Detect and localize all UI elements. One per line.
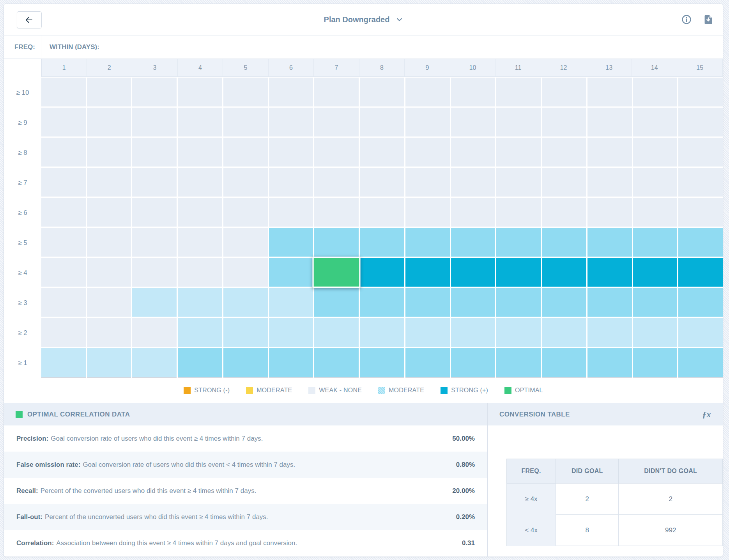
heatmap-cell-strong[interactable] bbox=[633, 258, 678, 287]
heatmap-cell-light[interactable] bbox=[451, 318, 495, 347]
heatmap-cell-none[interactable] bbox=[223, 168, 268, 197]
heatmap-cell-light[interactable] bbox=[223, 318, 268, 347]
heatmap-cell-medium[interactable] bbox=[542, 288, 586, 317]
heatmap-cell-medium[interactable] bbox=[451, 228, 495, 257]
heatmap-cell-none[interactable] bbox=[87, 198, 131, 227]
heatmap-cell-none[interactable] bbox=[678, 198, 723, 227]
heatmap-cell-none[interactable] bbox=[41, 318, 86, 347]
heatmap-cell-none[interactable] bbox=[269, 108, 313, 136]
heatmap-cell-strong[interactable] bbox=[587, 258, 632, 287]
heatmap-cell-light[interactable] bbox=[269, 288, 313, 317]
heatmap-cell-medium[interactable] bbox=[587, 228, 632, 257]
heatmap-cell-medium[interactable] bbox=[587, 348, 632, 377]
heatmap-cell-medium[interactable] bbox=[633, 228, 678, 257]
heatmap-cell-none[interactable] bbox=[360, 168, 404, 197]
heatmap-cell-none[interactable] bbox=[678, 138, 723, 167]
heatmap-cell-none[interactable] bbox=[314, 138, 359, 167]
heatmap-cell-none[interactable] bbox=[178, 258, 222, 287]
heatmap-cell-medium[interactable] bbox=[405, 228, 450, 257]
heatmap-cell-none[interactable] bbox=[496, 108, 541, 136]
heatmap-cell-none[interactable] bbox=[360, 138, 404, 167]
heatmap-cell-none[interactable] bbox=[633, 198, 678, 227]
heatmap-cell-light[interactable] bbox=[269, 318, 313, 347]
heatmap-cell-strong[interactable] bbox=[451, 258, 495, 287]
heatmap-cell-none[interactable] bbox=[269, 78, 313, 106]
heatmap-cell-light[interactable] bbox=[87, 348, 131, 377]
heatmap-cell-light[interactable] bbox=[633, 318, 678, 347]
heatmap-cell-none[interactable] bbox=[542, 108, 586, 136]
heatmap-cell-none[interactable] bbox=[451, 168, 495, 197]
heatmap-cell-light[interactable] bbox=[132, 348, 177, 377]
heatmap-cell-none[interactable] bbox=[269, 138, 313, 167]
heatmap-cell-medium[interactable] bbox=[223, 348, 268, 377]
heatmap-cell-none[interactable] bbox=[496, 78, 541, 106]
heatmap-cell-none[interactable] bbox=[405, 198, 450, 227]
heatmap-cell-medium[interactable] bbox=[587, 288, 632, 317]
heatmap-cell-none[interactable] bbox=[496, 198, 541, 227]
heatmap-cell-none[interactable] bbox=[178, 198, 222, 227]
heatmap-cell-medium[interactable] bbox=[633, 288, 678, 317]
heatmap-cell-medium[interactable] bbox=[269, 258, 313, 287]
heatmap-cell-none[interactable] bbox=[178, 138, 222, 167]
event-selector[interactable]: Plan Downgraded bbox=[324, 15, 403, 24]
heatmap-cell-none[interactable] bbox=[87, 108, 131, 136]
heatmap-cell-light[interactable] bbox=[360, 318, 404, 347]
heatmap-cell-none[interactable] bbox=[542, 198, 586, 227]
heatmap-cell-light[interactable] bbox=[496, 318, 541, 347]
heatmap-cell-light[interactable] bbox=[41, 348, 86, 377]
heatmap-cell-medium[interactable] bbox=[314, 348, 359, 377]
heatmap-cell-none[interactable] bbox=[405, 168, 450, 197]
heatmap-cell-medium[interactable] bbox=[178, 348, 222, 377]
heatmap-cell-none[interactable] bbox=[314, 108, 359, 136]
heatmap-cell-none[interactable] bbox=[41, 168, 86, 197]
heatmap-cell-none[interactable] bbox=[542, 138, 586, 167]
heatmap-cell-none[interactable] bbox=[451, 108, 495, 136]
heatmap-cell-none[interactable] bbox=[41, 198, 86, 227]
heatmap-cell-medium[interactable] bbox=[269, 348, 313, 377]
heatmap-cell-optimal[interactable] bbox=[313, 257, 361, 288]
heatmap-cell-medium[interactable] bbox=[496, 228, 541, 257]
heatmap-cell-none[interactable] bbox=[587, 138, 632, 167]
heatmap-cell-none[interactable] bbox=[405, 138, 450, 167]
heatmap-cell-none[interactable] bbox=[132, 138, 177, 167]
heatmap-cell-none[interactable] bbox=[223, 198, 268, 227]
heatmap-cell-none[interactable] bbox=[178, 168, 222, 197]
heatmap-cell-light[interactable] bbox=[542, 318, 586, 347]
heatmap-cell-none[interactable] bbox=[223, 228, 268, 257]
heatmap-cell-medium[interactable] bbox=[451, 288, 495, 317]
heatmap-cell-medium[interactable] bbox=[496, 288, 541, 317]
heatmap-cell-none[interactable] bbox=[178, 228, 222, 257]
heatmap-cell-none[interactable] bbox=[178, 108, 222, 136]
heatmap-cell-none[interactable] bbox=[542, 78, 586, 106]
heatmap-cell-none[interactable] bbox=[360, 108, 404, 136]
heatmap-cell-none[interactable] bbox=[314, 78, 359, 106]
heatmap-cell-medium[interactable] bbox=[405, 348, 450, 377]
heatmap-cell-none[interactable] bbox=[87, 168, 131, 197]
heatmap-cell-strong[interactable] bbox=[405, 258, 450, 287]
heatmap-cell-light[interactable] bbox=[223, 288, 268, 317]
heatmap-cell-none[interactable] bbox=[405, 108, 450, 136]
heatmap-cell-none[interactable] bbox=[41, 288, 86, 317]
heatmap-cell-none[interactable] bbox=[223, 258, 268, 287]
heatmap-cell-strong[interactable] bbox=[678, 258, 723, 287]
heatmap-cell-none[interactable] bbox=[132, 108, 177, 136]
back-button[interactable] bbox=[17, 11, 42, 28]
heatmap-cell-none[interactable] bbox=[678, 108, 723, 136]
heatmap-cell-none[interactable] bbox=[269, 168, 313, 197]
heatmap-cell-medium[interactable] bbox=[451, 348, 495, 377]
heatmap-cell-medium[interactable] bbox=[405, 288, 450, 317]
heatmap-cell-none[interactable] bbox=[451, 78, 495, 106]
heatmap-cell-none[interactable] bbox=[132, 78, 177, 106]
heatmap-cell-none[interactable] bbox=[633, 108, 678, 136]
heatmap-cell-medium[interactable] bbox=[496, 348, 541, 377]
heatmap-cell-none[interactable] bbox=[223, 78, 268, 106]
heatmap-cell-none[interactable] bbox=[87, 138, 131, 167]
heatmap-cell-none[interactable] bbox=[41, 78, 86, 106]
heatmap-cell-none[interactable] bbox=[41, 258, 86, 287]
heatmap-cell-none[interactable] bbox=[587, 168, 632, 197]
heatmap-cell-none[interactable] bbox=[87, 258, 131, 287]
heatmap-cell-medium[interactable] bbox=[678, 228, 723, 257]
heatmap-cell-none[interactable] bbox=[132, 198, 177, 227]
heatmap-cell-none[interactable] bbox=[269, 198, 313, 227]
heatmap-cell-none[interactable] bbox=[132, 318, 177, 347]
